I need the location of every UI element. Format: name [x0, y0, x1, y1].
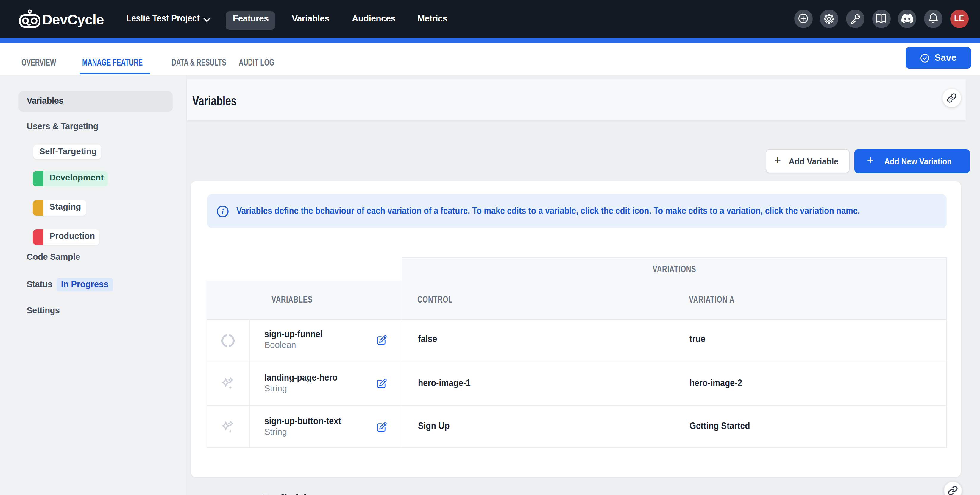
svg-text:i: i [221, 207, 224, 216]
